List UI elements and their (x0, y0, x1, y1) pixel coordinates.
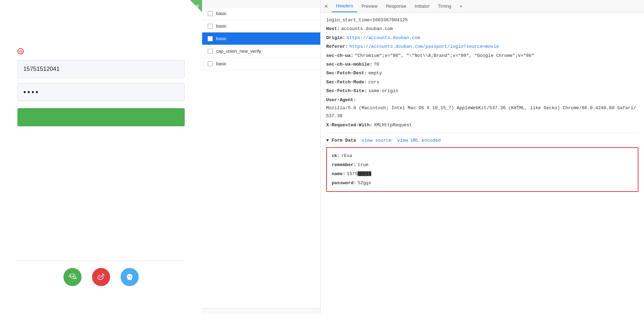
header-line: sec-ch-ua-mobile: ?0 (326, 60, 638, 68)
request-list-footer (202, 308, 320, 314)
request-list-panel: basicbasicbasiccap_union_new_verifybasic (202, 0, 321, 314)
wechat-login-button[interactable] (63, 268, 82, 286)
header-value: Mozilla/5.0 (Macintosh; Intel Mac OS X 1… (326, 104, 638, 120)
request-item[interactable]: basic (202, 32, 320, 45)
header-key: Referer: (326, 43, 348, 51)
form-data-title: ▼ Form Data (326, 136, 356, 144)
devtools-tab[interactable]: » (455, 0, 466, 12)
header-key: Sec-Fetch-Mode: (326, 78, 367, 86)
request-name: basic (216, 11, 227, 16)
tab-bar (17, 35, 185, 38)
devtools-panel: ✕ HeadersPreviewResponseInitiatorTiming»… (321, 0, 644, 314)
view-url-encoded-link[interactable]: view URL encoded (397, 136, 441, 144)
password-input[interactable] (17, 83, 185, 101)
header-line: User-Agent: Mozilla/5.0 (Macintosh; Inte… (326, 96, 638, 120)
form-field-value: 52ggs (358, 179, 371, 188)
login-panel: ⊞ ⊖ (0, 0, 202, 314)
header-value[interactable]: https://accounts.douban.com (347, 34, 420, 42)
header-line: Origin: https://accounts.douban.com (326, 34, 638, 42)
request-name: basic (216, 36, 227, 41)
header-key: X-Requested-With: (326, 121, 373, 129)
header-key: sec-ch-ua-mobile: (326, 60, 373, 68)
header-key: Host: (326, 25, 340, 33)
qr-icon[interactable]: ⊞ (178, 0, 202, 24)
headers-content: login_start_time=1603367604125Host: acco… (321, 13, 644, 314)
header-value: empty (368, 69, 382, 77)
header-key: Origin: (326, 34, 345, 42)
request-item[interactable]: basic (202, 20, 320, 32)
svg-point-6 (100, 277, 101, 278)
close-panel-button[interactable]: ✕ (323, 3, 329, 9)
request-name: basic (216, 23, 227, 29)
header-value: cors (368, 78, 379, 86)
header-value: XMLHttpRequest (374, 121, 412, 129)
header-line: login_start_time=1603367604125 (326, 16, 638, 24)
svg-point-8 (128, 276, 129, 277)
devtools-tab[interactable]: Timing (434, 0, 456, 12)
header-value[interactable]: https://accounts.douban.com/passport/log… (349, 43, 499, 51)
header-key: sec-ch-ua: (326, 52, 353, 60)
devtools-tab[interactable]: Preview (357, 0, 382, 12)
request-item[interactable]: basic (202, 7, 320, 20)
password-row (17, 83, 185, 101)
error-message: ⊖ (17, 48, 185, 54)
header-value: login_start_time=1603367604125 (326, 16, 408, 24)
form-data-row: ck: rEsa (332, 151, 633, 160)
svg-point-3 (72, 276, 74, 277)
svg-text:⊞: ⊞ (196, 3, 199, 9)
qq-login-button[interactable] (121, 268, 139, 286)
request-item[interactable]: cap_union_new_verify (202, 45, 320, 58)
form-field-value: true (358, 160, 368, 170)
form-field-value: rEsa (341, 151, 352, 160)
form-data-box: ck: rEsaremember: truename: 1575█████pas… (326, 147, 638, 192)
header-line: Host: accounts.douban.com (326, 25, 638, 33)
form-data-section: ▼ Form Data view source view URL encoded… (326, 133, 638, 192)
header-value: ?0 (374, 60, 380, 68)
header-value: accounts.douban.com (341, 25, 393, 33)
request-checkbox[interactable] (208, 11, 213, 16)
header-key: Sec-Fetch-Site: (326, 87, 367, 95)
devtools-tab[interactable]: Initiator (411, 0, 434, 12)
header-value: same-origin (368, 87, 398, 95)
svg-point-7 (101, 276, 102, 277)
devtools-tab[interactable]: Response (382, 0, 411, 12)
third-party-section (17, 261, 185, 300)
form-data-row: name: 1575█████ (332, 170, 633, 179)
request-item[interactable]: basic (202, 58, 320, 70)
request-list: basicbasicbasiccap_union_new_verifybasic (202, 7, 320, 308)
weibo-login-button[interactable] (92, 268, 110, 286)
username-input[interactable] (17, 60, 185, 78)
form-field-key: ck: (332, 151, 340, 160)
request-name: basic (216, 61, 227, 66)
header-key: User-Agent: (326, 96, 356, 104)
form-field-key: name: (332, 170, 345, 179)
form-data-row: remember: true (332, 160, 633, 170)
svg-point-9 (130, 276, 131, 277)
svg-point-4 (74, 278, 75, 279)
request-list-header (202, 0, 320, 7)
header-line: X-Requested-With: XMLHttpRequest (326, 121, 638, 129)
request-name: cap_union_new_verify (216, 48, 261, 54)
header-line: Sec-Fetch-Site: same-origin (326, 87, 638, 95)
view-source-link[interactable]: view source (362, 136, 392, 144)
header-line: Referer: https://accounts.douban.com/pas… (326, 43, 638, 51)
header-key: Sec-Fetch-Dest: (326, 69, 367, 77)
third-party-label (17, 261, 185, 261)
devtools-tab[interactable]: Headers (332, 0, 357, 12)
form-field-key: remember: (332, 160, 356, 170)
login-button[interactable] (17, 108, 185, 126)
header-line: Sec-Fetch-Dest: empty (326, 69, 638, 77)
form-data-header: ▼ Form Data view source view URL encoded (326, 136, 638, 144)
form-field-value: 1575█████ (347, 170, 371, 179)
svg-point-5 (75, 278, 76, 279)
header-line: sec-ch-ua: "Chromium";v="86", "\"Not\\A;… (326, 52, 638, 60)
header-line: Sec-Fetch-Mode: cors (326, 78, 638, 86)
request-checkbox[interactable] (208, 24, 213, 29)
devtools-tabs-bar: ✕ HeadersPreviewResponseInitiatorTiming» (321, 0, 644, 13)
request-checkbox[interactable] (208, 36, 213, 41)
form-data-row: password: 52ggs (332, 179, 633, 188)
header-value: "Chromium";v="86", "\"Not\\A;Brand";v="9… (355, 52, 534, 60)
form-field-key: password: (332, 179, 356, 188)
request-checkbox[interactable] (208, 49, 213, 54)
request-checkbox[interactable] (208, 61, 213, 66)
